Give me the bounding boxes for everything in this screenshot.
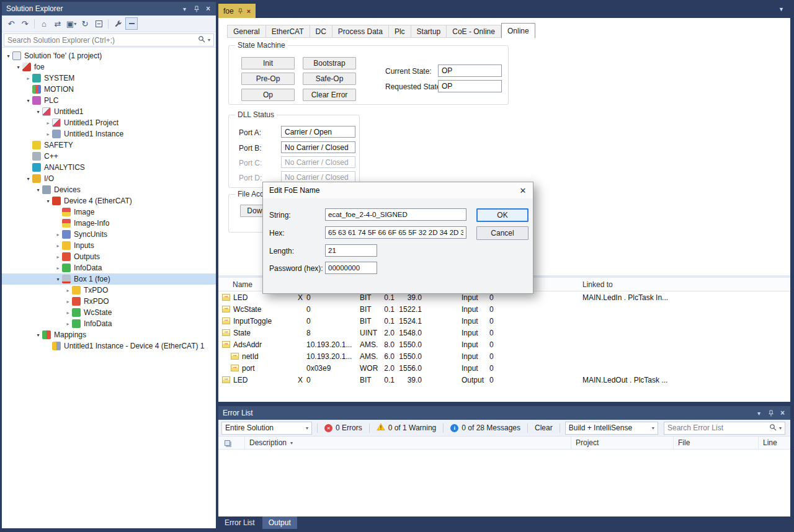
pin-icon[interactable] [765,408,776,419]
tree-item-mapping-instance[interactable]: ▸Untitled1 Instance - Device 4 (EtherCAT… [2,340,216,352]
pre-op-button[interactable]: Pre-Op [241,73,295,85]
dialog-titlebar[interactable]: Edit FoE Name ✕ [263,182,533,198]
tree-item-mappings[interactable]: ▾Mappings [2,329,216,340]
table-row[interactable]: netId 10.193.20.1... AMS... 6.0 1550.0 I… [218,350,790,362]
op-button[interactable]: Op [241,89,295,101]
clear-button[interactable]: Clear [533,423,555,432]
expand-arrow-icon[interactable]: ▸ [54,243,62,249]
tab-close-icon[interactable]: × [247,7,251,15]
tree-item-system[interactable]: ▸SYSTEM [2,73,216,84]
hex-field[interactable] [325,226,466,239]
tree-item-analytics[interactable]: ▸ANALYTICS [2,162,216,173]
table-row[interactable]: AdsAddr 10.193.20.1... AMS... 8.0 1550.0… [218,339,790,350]
sync-with-active-document-icon[interactable]: ⇄ [51,17,64,30]
column-line[interactable]: Line [758,437,790,449]
string-field[interactable] [325,208,466,221]
column-project[interactable]: Project [571,437,673,449]
tree-item-box1-selected[interactable]: ▾Box 1 (foe) [2,273,216,285]
tab-ethercat[interactable]: EtherCAT [266,25,310,38]
ok-button[interactable]: OK [476,208,529,222]
expand-arrow-icon[interactable]: ▸ [64,310,72,316]
bootstrap-button[interactable]: Bootstrap [303,57,356,69]
tree-item-image[interactable]: ▸Image [2,206,216,218]
messages-filter-button[interactable]: i 0 of 28 Messages [448,423,522,432]
window-menu-icon[interactable]: ▾ [179,4,190,14]
search-error-list-input[interactable] [667,423,767,432]
search-icon[interactable] [769,423,777,433]
expand-arrow-icon[interactable]: ▸ [64,299,72,304]
init-button[interactable]: Init [241,57,295,69]
tree-item-rxpdo[interactable]: ▸RxPDO [2,296,216,307]
tab-list-chevron-icon[interactable]: ▼ [778,6,784,12]
expand-arrow-icon[interactable]: ▸ [54,254,62,260]
build-intellisense-dropdown[interactable]: Build + IntelliSense▾ [565,422,658,435]
length-field[interactable] [325,244,377,257]
tab-online[interactable]: Online [501,23,535,38]
scope-filter-dropdown[interactable]: Entire Solution▾ [221,422,312,435]
expand-arrow-icon[interactable]: ▸ [54,232,62,237]
tree-item-syncunits[interactable]: ▸SyncUnits [2,229,216,240]
column-description[interactable]: Description▾ [244,437,571,449]
expand-arrow-icon[interactable]: ▾ [34,187,42,193]
tree-item-wcstate[interactable]: ▸WcState [2,307,216,318]
tree-item-foe[interactable]: ▾foe [2,61,216,73]
tree-item-solution[interactable]: ▾Solution 'foe' (1 project) [2,50,216,61]
search-solution-explorer-input[interactable] [7,36,195,45]
search-icon[interactable] [198,35,205,45]
tree-item-infodata2[interactable]: ▸InfoData [2,318,216,329]
safe-op-button[interactable]: Safe-Op [303,73,356,85]
tree-item-safety[interactable]: ▸SAFETY [2,140,216,151]
forward-icon[interactable]: ↷ [19,17,31,30]
solution-explorer-titlebar[interactable]: Solution Explorer ▾ × [2,2,216,16]
back-icon[interactable]: ↶ [5,17,17,30]
window-menu-icon[interactable]: ▾ [754,408,764,419]
expand-arrow-icon[interactable]: ▾ [24,176,32,182]
expand-arrow-icon[interactable]: ▾ [54,277,62,282]
tab-startup[interactable]: Startup [411,25,447,38]
expand-arrow-icon[interactable]: ▾ [44,198,52,204]
table-row[interactable]: InputToggle 0 BIT 0.1 1524.1 Input 0 [218,315,790,327]
clear-error-button[interactable]: Clear Error [303,89,356,101]
table-row[interactable]: LED X0 BIT 0.1 39.0 Output 0 MAIN.LedOut… [218,374,790,386]
tab-coe-online[interactable]: CoE - Online [447,25,501,38]
tree-item-outputs[interactable]: ▸Outputs [2,251,216,262]
table-row[interactable]: WcState 0 BIT 0.1 1522.1 Input 0 [218,303,790,315]
refresh-icon[interactable]: ↻ [79,17,91,30]
tree-item-cpp[interactable]: ▸C++ [2,151,216,162]
warnings-filter-button[interactable]: 0 of 1 Warning [375,423,439,433]
pin-icon[interactable] [191,4,202,14]
preview-selected-items-toggle[interactable] [125,17,138,30]
tree-item-infodata[interactable]: ▸InfoData [2,262,216,273]
tree-item-io[interactable]: ▾I/O [2,173,216,184]
expand-arrow-icon[interactable]: ▸ [64,288,72,293]
filter-dropdown-icon[interactable]: ▣▾ [65,17,78,30]
tab-dc[interactable]: DC [310,25,332,38]
column-linked-to[interactable]: Linked to [582,280,790,289]
home-icon[interactable]: ⌂ [38,17,50,30]
expand-arrow-icon[interactable]: ▸ [24,76,32,81]
tree-item-motion[interactable]: ▸MOTION [2,84,216,95]
tab-process-data[interactable]: Process Data [332,25,389,38]
tree-item-inputs[interactable]: ▸Inputs [2,240,216,251]
tree-item-device4[interactable]: ▾Device 4 (EtherCAT) [2,195,216,206]
expand-arrow-icon[interactable]: ▸ [44,131,52,137]
tree-item-untitled1-project[interactable]: ▸Untitled1 Project [2,117,216,128]
search-options-chevron-icon[interactable]: ▾ [779,425,782,431]
tree-item-image-info[interactable]: ▸Image-Info [2,218,216,229]
expand-arrow-icon[interactable]: ▾ [34,109,42,115]
tab-general[interactable]: General [227,25,266,38]
column-file[interactable]: File [673,437,758,449]
cancel-button[interactable]: Cancel [476,226,529,240]
table-row[interactable]: State 8 UINT 2.0 1548.0 Input 0 [218,327,790,339]
tree-item-plc[interactable]: ▾PLC [2,95,216,106]
collapse-all-icon[interactable] [92,17,105,30]
close-icon[interactable]: × [203,4,213,14]
error-list-titlebar[interactable]: Error List ▾ × [218,406,790,420]
close-icon[interactable]: × [777,408,788,419]
expand-arrow-icon[interactable]: ▾ [14,64,22,70]
expand-arrow-icon[interactable]: ▸ [54,265,62,271]
tab-plc[interactable]: Plc [389,25,411,38]
password-field[interactable] [325,262,377,274]
search-options-chevron-icon[interactable]: ▾ [208,37,210,43]
pin-icon[interactable] [238,8,243,14]
